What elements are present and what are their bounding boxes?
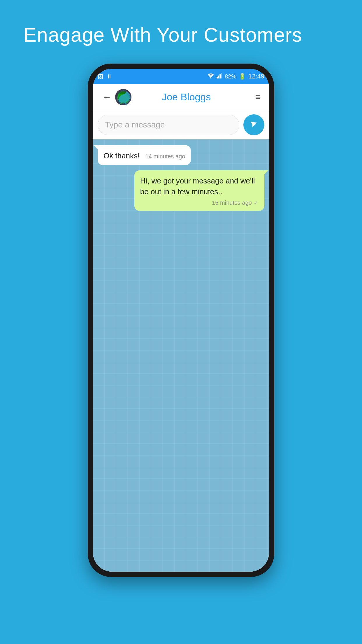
page-headline: Enagage With Your Customers — [0, 0, 362, 64]
wifi-icon — [207, 73, 214, 80]
menu-button[interactable]: ≡ — [252, 89, 263, 105]
image-icon: 🖼 — [98, 73, 103, 80]
message-bubble-sent: Hi, we got your message and we'll be out… — [134, 170, 264, 211]
message-row: Ok thanks! 14 minutes ago — [98, 145, 264, 165]
time-display: 12:49 — [248, 73, 264, 80]
send-button[interactable] — [243, 114, 264, 135]
signal-icon — [217, 73, 222, 80]
send-icon — [247, 118, 260, 132]
app-header: ← Joe Bloggs ≡ — [93, 84, 269, 110]
message-row: Hi, we got your message and we'll be out… — [98, 170, 264, 211]
phone-outer: 🖼 ⏸ — [88, 64, 274, 577]
chat-contact-name: Joe Bloggs — [132, 91, 240, 103]
message-text: Ok thanks! — [103, 151, 140, 160]
svg-rect-4 — [221, 73, 222, 78]
status-bar: 🖼 ⏸ — [93, 69, 269, 84]
status-right-info: 82% 🔋 12:49 — [207, 73, 264, 80]
message-timestamp: 15 minutes ago — [212, 199, 252, 207]
message-timestamp: 14 minutes ago — [145, 153, 185, 160]
check-icon: ✓ — [254, 199, 259, 207]
battery-icon: 🔋 — [239, 73, 246, 80]
message-input-area: Type a message — [93, 110, 269, 139]
back-button[interactable]: ← — [99, 88, 115, 106]
message-input[interactable]: Type a message — [98, 115, 239, 135]
phone-mockup: 🖼 ⏸ — [0, 64, 362, 644]
message-text: Hi, we got your message and we'll be out… — [140, 176, 255, 196]
svg-rect-1 — [217, 77, 218, 78]
message-bubble-received: Ok thanks! 14 minutes ago — [98, 145, 191, 165]
status-left-icons: 🖼 ⏸ — [98, 73, 112, 80]
svg-point-0 — [210, 77, 211, 78]
svg-rect-3 — [219, 74, 221, 78]
chat-area: Ok thanks! 14 minutes ago Hi, we got you… — [93, 139, 269, 572]
message-placeholder: Type a message — [105, 120, 165, 130]
app-logo — [115, 88, 132, 106]
phone-inner: 🖼 ⏸ — [93, 69, 269, 572]
pause-icon: ⏸ — [106, 73, 112, 80]
battery-percentage: 82% — [225, 73, 236, 80]
svg-rect-2 — [218, 76, 219, 78]
